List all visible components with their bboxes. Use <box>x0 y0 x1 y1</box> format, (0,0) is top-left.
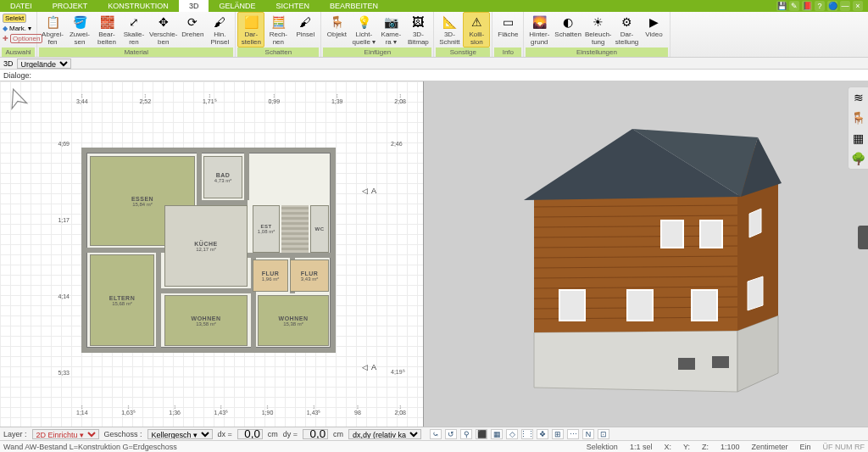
drehen-icon: ⟳ <box>185 14 200 30</box>
menu-datei[interactable]: DATEI <box>0 0 42 12</box>
menu-bearbeiten[interactable]: BEARBEITEN <box>320 0 388 12</box>
schatten2-button[interactable]: ◐Schatten <box>553 12 583 47</box>
floor-plan[interactable]: ESSEN15,84 m² BAD4,73 m² KÜCHE12,17 m² E… <box>81 148 336 353</box>
licht-button[interactable]: 💡Licht- quelle ▾ <box>350 12 377 47</box>
room-wc: WC <box>310 205 329 253</box>
schatten2-icon: ◐ <box>560 14 576 30</box>
darstellen-button[interactable]: 🟨Dar- stellen <box>237 12 264 47</box>
kollision-button[interactable]: ⚠Kolli- sion <box>463 12 490 47</box>
bb-icon-6[interactable]: ⋮⋮ <box>521 429 533 439</box>
video-icon: ▶ <box>647 14 662 30</box>
group-auswahl: Auswahl <box>2 47 35 57</box>
info-icon[interactable]: 🔵 <box>827 1 837 11</box>
rechnen-icon: 🧮 <box>270 14 286 30</box>
2d-viewport[interactable]: 3;442;521,71⁵0;991;392;08 1;141,63⁵1;361… <box>0 81 423 427</box>
verschieben-button[interactable]: ✥Verschie- ben <box>147 12 179 47</box>
geschoss-select[interactable]: Kellergesch ▾ <box>147 429 213 439</box>
layer-select[interactable]: 2D Einrichtu ▾ <box>32 429 99 439</box>
section-marker-a-top: ◁A <box>362 187 376 195</box>
pinsel2-button[interactable]: 🖌Pinsel <box>292 12 319 47</box>
group-sonstige: Sonstige <box>436 47 490 57</box>
zuweisen-button[interactable]: 🪣Zuwei- sen <box>66 12 93 47</box>
bitmap-icon: 🖼 <box>410 14 426 30</box>
urgelaende-select[interactable]: Urgelände <box>17 59 71 69</box>
furniture-icon[interactable]: 🪑 <box>851 111 865 125</box>
selekt-button[interactable]: Selekt <box>3 14 26 23</box>
materials-icon[interactable]: ▦ <box>853 131 864 145</box>
pinsel2-icon: 🖌 <box>298 14 313 30</box>
svg-marker-28 <box>749 209 761 237</box>
darstell2-icon: ⚙ <box>620 14 635 30</box>
layers-icon[interactable]: ≋ <box>854 91 864 104</box>
menu-sichten[interactable]: SICHTEN <box>265 0 320 12</box>
bb-icon-0[interactable]: ⤿ <box>430 429 442 439</box>
menu-3d[interactable]: 3D <box>179 0 209 12</box>
bb-icon-10[interactable]: N <box>582 429 594 439</box>
group-info: Info <box>494 47 521 57</box>
status-scale: 1:100 <box>721 443 740 451</box>
minimize-icon[interactable]: — <box>840 1 850 11</box>
group-material: Material <box>39 47 233 57</box>
bb-icon-11[interactable]: ⊡ <box>598 429 609 439</box>
bb-icon-3[interactable]: ⬛ <box>476 429 487 439</box>
menu-projekt[interactable]: PROJEKT <box>42 0 98 12</box>
kamera-icon: 📷 <box>383 14 398 30</box>
dy-input[interactable] <box>303 429 328 439</box>
bb-icon-5[interactable]: ◇ <box>506 429 518 439</box>
bb-icon-8[interactable]: ⊞ <box>552 429 564 439</box>
objekt-icon: 🪑 <box>329 14 344 30</box>
title-help-icons: 💾 ✎ 📕 ? 🔵 — × <box>776 0 868 12</box>
schnitt-button[interactable]: 📐3D- Schnitt <box>436 12 463 47</box>
beleucht-icon: ☀ <box>591 14 606 30</box>
status-left: Wand AW-Bestand L=Konstruktion G=Erdgesc… <box>3 443 177 451</box>
svg-rect-23 <box>627 290 653 321</box>
svg-marker-0 <box>534 331 737 392</box>
svg-rect-24 <box>692 290 717 321</box>
hinpinsel-icon: 🖌 <box>212 14 227 30</box>
bb-icon-4[interactable]: ▦ <box>491 429 503 439</box>
hinpinsel-button[interactable]: 🖌Hin. Pinsel <box>206 12 233 47</box>
status-selektion: Selektion <box>587 443 618 451</box>
dim-left: 4;691;17 4;145;33 <box>47 141 70 376</box>
disk-icon[interactable]: 💾 <box>776 1 787 11</box>
kamera-button[interactable]: 📷Kame- ra ▾ <box>377 12 404 47</box>
staircase <box>281 205 309 253</box>
darstell2-button[interactable]: ⚙Dar- stellung <box>614 12 641 47</box>
book-icon[interactable]: 📕 <box>802 1 812 11</box>
bb-icon-2[interactable]: ⚲ <box>460 429 472 439</box>
svg-rect-2 <box>678 358 695 370</box>
skalieren-button[interactable]: ⤢Skalie- ren <box>120 12 147 47</box>
group-schatten: Schatten <box>237 47 319 57</box>
panel-pull-tab[interactable] <box>858 226 868 249</box>
rechnen-button[interactable]: 🧮Rech- nen <box>264 12 292 47</box>
svg-marker-17 <box>737 181 778 331</box>
menu-konstruktion[interactable]: KONSTRUKTION <box>97 0 179 12</box>
group-einfuegen: Einfügen <box>323 47 431 57</box>
close-icon[interactable]: × <box>853 1 863 11</box>
mark-dropdown[interactable]: Mark. ▾ <box>9 25 31 32</box>
bb-icon-7[interactable]: ❖ <box>537 429 548 439</box>
bearbeiten-button[interactable]: 🧱Bear- beiten <box>93 12 120 47</box>
bb-icon-9[interactable]: ⋯ <box>567 429 579 439</box>
3d-viewport[interactable]: ≋ 🪑 ▦ 🌳 <box>423 81 868 427</box>
dx-input[interactable] <box>237 429 263 439</box>
side-panel: ≋ 🪑 ▦ 🌳 <box>848 86 868 170</box>
room-flur1: FLUR1,96 m² <box>253 259 288 292</box>
video-button[interactable]: ▶Video <box>641 12 668 47</box>
bottom-icons: ⤿↺⚲⬛▦◇⋮⋮❖⊞⋯N⊡ <box>430 429 609 439</box>
dim-top: 3;442;521,71⁵0;991;392;08 <box>76 88 406 109</box>
pen-icon[interactable]: ✎ <box>789 1 799 11</box>
section-marker-a-bottom: ◁A <box>362 363 376 371</box>
hinter-button[interactable]: 🌄Hinter- grund <box>526 12 553 47</box>
coord-mode-select[interactable]: dx,dy (relativ ka <box>348 429 421 439</box>
beleucht-button[interactable]: ☀Beleuch- tung <box>583 12 614 47</box>
help-icon[interactable]: ? <box>815 1 825 11</box>
abgreifen-button[interactable]: 📋Abgrei- fen <box>39 12 66 47</box>
objekt-button[interactable]: 🪑Objekt <box>323 12 350 47</box>
drehen-button[interactable]: ⟳Drehen <box>179 12 206 47</box>
bitmap-button[interactable]: 🖼3D- Bitmap <box>404 12 431 47</box>
flaeche-button[interactable]: ▭Fläche <box>494 12 521 47</box>
menu-gelaende[interactable]: GELÄNDE <box>209 0 265 12</box>
bb-icon-1[interactable]: ↺ <box>445 429 457 439</box>
plants-icon[interactable]: 🌳 <box>851 152 865 165</box>
